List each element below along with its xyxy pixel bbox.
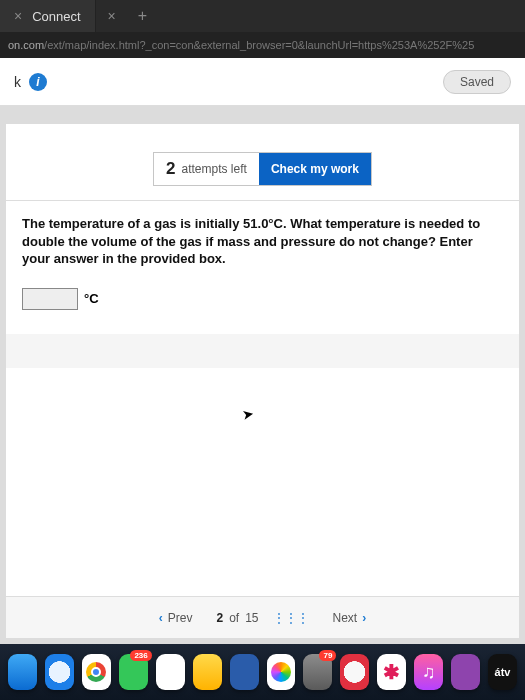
answer-input[interactable] [22, 288, 78, 310]
next-label: Next [333, 611, 358, 625]
music-glyph: ♫ [422, 662, 436, 683]
tab-title: Connect [32, 9, 80, 24]
dock-compass-icon[interactable] [340, 654, 369, 690]
grid-icon[interactable]: ⋮⋮⋮ [273, 611, 309, 625]
answer-unit: °C [84, 291, 99, 306]
dock-messages-icon[interactable]: 236 [119, 654, 148, 690]
answer-row: °C [6, 282, 519, 324]
workspace: 2 attempts left Check my work The temper… [0, 106, 525, 644]
dock-launchpad-icon[interactable]: 79 [303, 654, 332, 690]
dock-photos-icon[interactable] [267, 654, 296, 690]
macos-dock: 236 79 ✱ ♫ átv [0, 644, 525, 700]
tab-strip: × Connect × + [0, 0, 525, 32]
browser-tab-connect[interactable]: × Connect [0, 0, 96, 32]
dock-slack-icon[interactable]: ✱ [377, 654, 406, 690]
question-text: The temperature of a gas is initially 51… [6, 201, 519, 282]
app-header: k i Saved [0, 58, 525, 106]
launchpad-badge: 79 [319, 650, 336, 661]
new-tab-button[interactable]: + [128, 7, 157, 25]
pager-current: 2 [216, 611, 223, 625]
dock-word-icon[interactable] [230, 654, 259, 690]
browser-chrome: × Connect × + on.com/ext/map/index.html?… [0, 0, 525, 58]
attempts-left-box: 2 attempts left [154, 153, 259, 185]
close-tab-icon[interactable]: × [14, 8, 22, 24]
dock-finder-icon[interactable] [8, 654, 37, 690]
attempts-count: 2 [166, 159, 175, 179]
pager-count: 2 of 15 [216, 611, 258, 625]
pager-of: of [229, 611, 239, 625]
close-tab-right-icon[interactable]: × [96, 8, 128, 24]
prev-button[interactable]: ‹ Prev [149, 607, 203, 629]
next-button[interactable]: Next › [323, 607, 377, 629]
saved-status-pill: Saved [443, 70, 511, 94]
attempts-group: 2 attempts left Check my work [153, 152, 372, 186]
dock-appletv-icon[interactable]: átv [488, 654, 517, 690]
url-domain: on.com [8, 39, 44, 51]
dock-safari-icon[interactable] [45, 654, 74, 690]
dock-notes-icon[interactable] [193, 654, 222, 690]
dock-music-icon[interactable]: ♫ [414, 654, 443, 690]
pager-total: 15 [245, 611, 258, 625]
shade-band [6, 334, 519, 368]
dock-calendar-icon[interactable] [156, 654, 185, 690]
attempts-label: attempts left [182, 162, 247, 176]
cursor-icon: ➤ [241, 405, 256, 423]
prev-label: Prev [168, 611, 193, 625]
header-k-label: k [14, 74, 21, 90]
pager-bar: ‹ Prev 2 of 15 ⋮⋮⋮ Next › [6, 596, 519, 638]
question-paper: 2 attempts left Check my work The temper… [6, 124, 519, 638]
messages-badge: 236 [130, 650, 151, 661]
url-path: /ext/map/index.html?_con=con&external_br… [44, 39, 474, 51]
appletv-label: átv [495, 666, 511, 678]
info-icon[interactable]: i [29, 73, 47, 91]
check-my-work-button[interactable]: Check my work [259, 153, 371, 185]
dock-podcasts-icon[interactable] [451, 654, 480, 690]
attempts-bar: 2 attempts left Check my work [6, 124, 519, 201]
chevron-left-icon: ‹ [159, 611, 163, 625]
dock-chrome-icon[interactable] [82, 654, 111, 690]
address-bar[interactable]: on.com/ext/map/index.html?_con=con&exter… [0, 32, 525, 58]
chevron-right-icon: › [362, 611, 366, 625]
app-header-left: k i [14, 73, 47, 91]
